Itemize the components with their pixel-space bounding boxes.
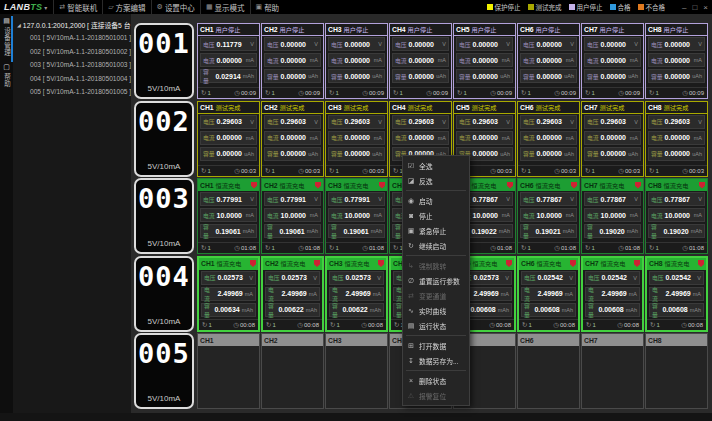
legend-color-swatch [638, 4, 644, 10]
channel-card-ch1[interactable]: CH1用户停止电压0.11779V电流0.00000mA容量0.02914mAh… [197, 23, 260, 99]
channel-fields: 电压0.29603V电流0.00000mA容量0.00000uAh [262, 114, 323, 163]
channel-status: 测试完成 [600, 103, 625, 112]
channel-card-ch8[interactable]: CH8恒流充电电压0.02542V电流2.49969mA容量0.00608mAh… [645, 256, 708, 332]
current-value: 2.49969 [665, 290, 690, 297]
channel-card-ch1[interactable]: CH1恒流充电电压0.02573V电流2.49969mA容量0.00634mAh… [197, 256, 260, 332]
clock-icon: ◷ [682, 167, 688, 175]
channel-card-ch4[interactable]: CH4用户停止电压0.00000V电流0.00000mA容量0.00000uAh… [389, 23, 452, 99]
capacity-value: 0.00000 [217, 150, 242, 157]
current-unit: mA [438, 135, 446, 141]
channel-card-ch2[interactable]: CH2恒流充电电压0.77991V电流10.0000mA容量0.19061mAh… [261, 178, 324, 254]
field-label: 容量 [332, 301, 340, 319]
stop-icon: ◙ [407, 212, 415, 219]
channel-card-ch7[interactable]: CH7 [581, 333, 644, 409]
channel-card-ch3[interactable]: CH3测试完成电压0.29603V电流0.00000mA容量0.00000uAh… [325, 101, 388, 177]
tree-device-node[interactable]: 002 [ 5V/10mA-1.1-20180501002 ] [17, 45, 129, 59]
elapsed-time: ◷00:03 [234, 167, 256, 175]
channel-card-ch3[interactable]: CH3恒流充电电压0.77991V电流10.0000mA容量0.19061mAh… [325, 178, 388, 254]
menubar-item-plan-edit[interactable]: ▱方案编辑 [102, 0, 150, 14]
elapsed-time: ◷01:08 [490, 244, 512, 252]
voltage-value: 0.77867 [537, 196, 562, 203]
current-field: 电流10.0000mA [584, 208, 641, 222]
current-field: 电流0.00000mA [200, 53, 257, 67]
tree-device-node[interactable]: 004 [ 5V/10mA-1.1-20180501004 ] [17, 72, 129, 86]
loop-count: 1 [592, 322, 595, 328]
channel-card-ch7[interactable]: CH7恒流充电电压0.02542V电流2.49969mA容量0.00608mAh… [581, 256, 644, 332]
channel-card-ch7[interactable]: CH7测试完成电压0.29603V电流0.00000mA容量0.00000uAh… [581, 101, 644, 177]
context-menu-item-save-data-as[interactable]: ↧数据另存为... [403, 353, 469, 368]
channel-card-ch8[interactable]: CH8用户停止电压0.00000V电流0.00000mA容量0.00000uAh… [645, 23, 708, 99]
channel-card-ch2[interactable]: CH2用户停止电压0.00000V电流0.00000mA容量0.00000uAh… [261, 23, 324, 99]
channel-card-ch8[interactable]: CH8 [645, 333, 708, 409]
menubar-item-smart-link[interactable]: ⇄智能联机 [53, 0, 102, 14]
channel-card-ch6[interactable]: CH6 [517, 333, 580, 409]
device-manage-tab[interactable]: ▤设备管理 [2, 17, 12, 57]
channel-card-ch6[interactable]: CH6恒流充电电压0.02542V电流2.49969mA容量0.00608mAh… [517, 256, 580, 332]
loop-icon: ↻ [522, 321, 527, 329]
channel-card-ch6[interactable]: CH6用户停止电压0.00000V电流0.00000mA容量0.00000uAh… [517, 23, 580, 99]
tree-device-node[interactable]: 001 [ 5V/10mA-1.1-20180501001 ] [17, 31, 129, 45]
restore-button[interactable]: □ [692, 3, 697, 12]
channel-card-ch3[interactable]: CH3用户停止电压0.00000V电流0.00000mA容量0.00000uAh… [325, 23, 388, 99]
context-menu-item-continue-start[interactable]: ↻继续启动 [403, 238, 469, 253]
strip-tab-label: 帮助 [2, 73, 12, 88]
channel-card-ch1[interactable]: CH1恒流充电电压0.77991V电流10.0000mA容量0.19061mAh… [197, 178, 260, 254]
tree-root-node[interactable]: ◢ 127.0.0.1:2001,2000 [ 连接设备5 台 ] [17, 18, 129, 31]
channel-card-ch7[interactable]: CH7用户停止电压0.00000V电流0.00000mA容量0.00000uAh… [581, 23, 644, 99]
current-unit: mA [694, 57, 702, 63]
tree-expand-icon[interactable]: ◢ [17, 22, 21, 28]
channel-card-header: CH1 [198, 334, 259, 346]
context-menu-item-open-data[interactable]: ⊞打开数据 [403, 338, 469, 353]
channel-card-ch2[interactable]: CH2 [261, 333, 324, 409]
close-button[interactable]: × [703, 3, 708, 12]
time-value: 01:08 [305, 245, 320, 251]
time-value: 00:09 [497, 90, 512, 96]
channel-card-footer: ↻1◷00:03 [262, 165, 323, 176]
voltage-unit: V [634, 196, 638, 202]
context-menu-item-emergency-stop[interactable]: ▣紧急停止 [403, 223, 469, 238]
context-menu-item-realtime-curve[interactable]: ∿实时曲线 [403, 303, 469, 318]
channel-card-ch1[interactable]: CH1测试完成电压0.29603V电流0.00000mA容量0.00000uAh… [197, 101, 260, 177]
context-menu-item-invert-selection[interactable]: ◪反选 [403, 173, 469, 188]
menubar-item-label: 帮助 [264, 2, 279, 13]
capacity-field: 容量0.00000uAh [648, 147, 705, 161]
menubar-item-help[interactable]: ▣帮助 [250, 0, 285, 14]
channel-name: CH7 [584, 104, 598, 111]
menubar-item-settings-center[interactable]: ⚙设置中心 [151, 0, 200, 14]
channel-status: 恒流充电 [473, 259, 498, 268]
tree-device-node[interactable]: 003 [ 5V/10mA-1.1-20180501003 ] [17, 58, 129, 72]
channel-card-header: CH8测试完成 [646, 102, 707, 114]
context-menu-item-run-status[interactable]: ▤运行状态 [403, 318, 469, 333]
logo-caret-icon[interactable]: ▾ [44, 4, 47, 11]
current-field: 电流2.49969mA [265, 287, 320, 301]
menubar-item-display-mode[interactable]: ▦显示模式 [200, 0, 250, 14]
capacity-value: 0.19020 [663, 228, 688, 235]
channel-card-ch7[interactable]: CH7恒流充电电压0.77867V电流10.0000mA容量0.19020mAh… [581, 178, 644, 254]
tree-device-node[interactable]: 005 [ 5V/10mA-1.1-20180501005 ] [17, 85, 129, 99]
context-menu-item-stop[interactable]: ◙停止 [403, 208, 469, 223]
field-label: 电流 [459, 56, 471, 65]
channel-card-ch3[interactable]: CH3 [325, 333, 388, 409]
context-menu-item-reset-run-params[interactable]: ∅重置运行参数 [403, 273, 469, 288]
channel-card-ch6[interactable]: CH6恒流充电电压0.77867V电流10.0000mA容量0.19021mAh… [517, 178, 580, 254]
channel-card-ch3[interactable]: CH3恒流充电电压0.02573V电流2.49969mA容量0.00622mAh… [325, 256, 388, 332]
channel-card-ch2[interactable]: CH2测试完成电压0.29603V电流0.00000mA容量0.00000uAh… [261, 101, 324, 177]
protection-shield-icon [315, 182, 321, 189]
channel-card-ch6[interactable]: CH6测试完成电压0.29603V电流0.00000mA容量0.00000uAh… [517, 101, 580, 177]
channel-card-ch5[interactable]: CH5用户停止电压0.00000V电流0.00000mA容量0.00000uAh… [453, 23, 516, 99]
capacity-field: 容量0.00000uAh [520, 147, 577, 161]
time-value: 00:09 [561, 90, 576, 96]
loop-count: 1 [271, 245, 274, 251]
channel-card-ch8[interactable]: CH8恒流充电电压0.77867V电流10.0000mA容量0.19020mAh… [645, 178, 708, 254]
help-tab[interactable]: ▢帮助 [2, 63, 12, 88]
channel-name: CH6 [520, 182, 534, 189]
context-menu-item-select-all[interactable]: ☑全选 [403, 158, 469, 173]
minimize-button[interactable]: – [682, 3, 686, 12]
capacity-value: 0.02914 [215, 73, 240, 80]
voltage-value: 0.00000 [601, 41, 626, 48]
channel-card-ch1[interactable]: CH1 [197, 333, 260, 409]
channel-card-ch2[interactable]: CH2恒流充电电压0.02573V电流2.49969mA容量0.00622mAh… [261, 256, 324, 332]
channel-card-ch8[interactable]: CH8测试完成电压0.29603V电流0.00000mA容量0.00000uAh… [645, 101, 708, 177]
context-menu-item-start[interactable]: ◉启动 [403, 193, 469, 208]
context-menu-item-delete-status[interactable]: ×删除状态 [403, 373, 469, 388]
